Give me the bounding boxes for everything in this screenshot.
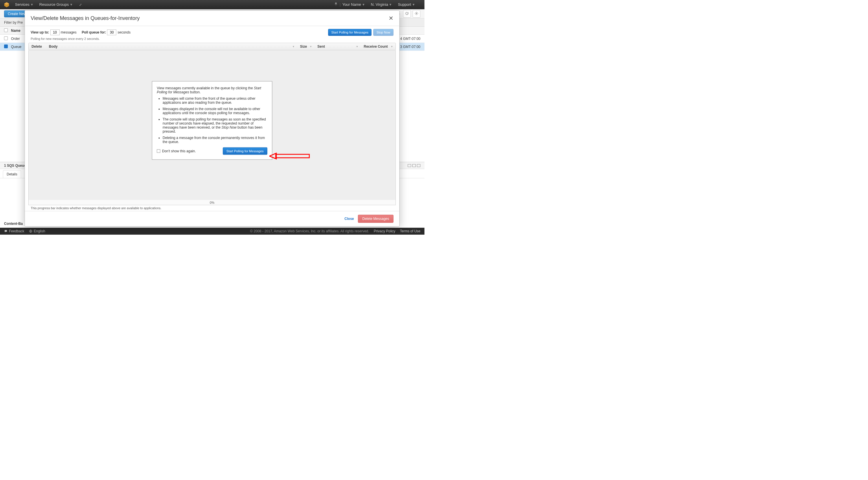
stop-now-button[interactable]: Stop Now [373, 29, 394, 36]
modal-title: View/Delete Messages in Queues-for-Inven… [31, 15, 140, 22]
progress-bar: 0% [28, 200, 396, 205]
poll-queue-for-input[interactable] [107, 30, 116, 35]
sort-icon: ▾ [293, 45, 294, 48]
language-label: English [34, 229, 45, 233]
nav-username-label: Your Name [342, 2, 361, 7]
footer-copyright: © 2008 - 2017, Amazon Web Services, Inc.… [250, 229, 369, 233]
progress-percent: 0% [210, 201, 214, 204]
feedback-label: Feedback [9, 229, 24, 233]
close-icon[interactable]: ✕ [389, 15, 394, 22]
column-sent[interactable]: Sent▾ [314, 43, 361, 50]
layout-icon[interactable] [412, 164, 416, 167]
refresh-icon [405, 11, 409, 15]
polling-note: Polling for new messages once every 2 se… [25, 37, 399, 43]
top-nav: Services▾ Resource Groups▾ | Your Name▾ … [0, 0, 425, 9]
popup-intro: View messages currently available in the… [157, 86, 267, 94]
layout-icon[interactable] [408, 164, 411, 167]
sort-icon: ▾ [310, 45, 312, 48]
cell-timestamp: 4 GMT-07:00 [400, 37, 421, 41]
column-delete[interactable]: Delete [29, 43, 46, 50]
details-panel-title: 1 SQS Queue [4, 164, 26, 168]
delete-messages-button[interactable]: Delete Messages [358, 215, 394, 223]
caret-down-icon: ▾ [363, 2, 365, 7]
nav-services-label: Services [15, 2, 30, 7]
nav-pin-icon[interactable] [79, 3, 82, 6]
privacy-policy-link[interactable]: Privacy Policy [374, 229, 396, 233]
sort-icon: ▾ [391, 45, 393, 48]
nav-resource-groups[interactable]: Resource Groups▾ [39, 2, 72, 7]
view-up-to-input[interactable] [50, 30, 60, 35]
refresh-button[interactable] [403, 10, 411, 18]
column-body[interactable]: Body▾ [46, 43, 297, 50]
popup-bullet: Deleting a message from the console perm… [163, 136, 267, 144]
row-checkbox[interactable] [4, 44, 8, 48]
view-delete-messages-modal: View/Delete Messages in Queues-for-Inven… [25, 10, 400, 227]
language-selector[interactable]: English [29, 229, 45, 233]
layout-icon[interactable] [417, 164, 421, 167]
popup-start-polling-button[interactable]: Start Polling for Messages [223, 147, 267, 155]
dont-show-again-label: Don't show this again. [162, 149, 196, 153]
gear-icon [414, 11, 418, 15]
globe-icon [29, 230, 32, 233]
feedback-link[interactable]: Feedback [4, 229, 24, 233]
poll-queue-for-label: Poll queue for: [82, 30, 106, 34]
view-up-to-label: View up to: [31, 30, 49, 34]
aws-logo-icon[interactable] [3, 1, 10, 8]
cell-name: Order [11, 37, 20, 41]
annotation-arrow-icon [269, 152, 310, 160]
filter-label: Filter by Pre [4, 21, 23, 25]
nav-region-label: N. Virginia [371, 2, 388, 7]
popup-bullet: Messages will come from the front of the… [163, 97, 267, 105]
cell-name: Queue [11, 45, 22, 49]
dont-show-again-checkbox[interactable] [157, 149, 160, 153]
progress-note: This progress bar indicates whether mess… [25, 205, 399, 211]
nav-support[interactable]: Support▾ [398, 2, 414, 7]
nav-services[interactable]: Services▾ [15, 2, 33, 7]
terms-of-use-link[interactable]: Terms of Use [400, 229, 421, 233]
popup-bullet: The console will stop polling for messag… [163, 117, 267, 134]
column-size[interactable]: Size▾ [297, 43, 314, 50]
column-name[interactable]: Name [11, 29, 21, 33]
sort-icon: ▾ [356, 45, 358, 48]
settings-button[interactable] [412, 10, 421, 18]
nav-support-label: Support [398, 2, 411, 7]
messages-table-header: Delete Body▾ Size▾ Sent▾ Receive Count▾ [28, 43, 396, 50]
column-receive-count[interactable]: Receive Count▾ [361, 43, 396, 50]
nav-username[interactable]: Your Name▾ [342, 2, 365, 7]
popup-bullet: Messages displayed in the console will n… [163, 107, 267, 115]
cell-timestamp: 3 GMT-07:00 [400, 45, 421, 49]
messages-table-body: View messages currently available in the… [28, 50, 396, 200]
close-button[interactable]: Close [345, 217, 354, 221]
select-all-checkbox[interactable] [4, 28, 8, 32]
panel-layout-icons [408, 164, 421, 167]
svg-point-2 [416, 13, 417, 13]
caret-down-icon: ▾ [390, 2, 392, 7]
messages-label: messages [61, 30, 77, 34]
bell-icon[interactable] [334, 2, 338, 7]
svg-rect-4 [276, 154, 309, 158]
caret-down-icon: ▾ [70, 2, 72, 7]
row-checkbox[interactable] [4, 36, 8, 40]
nav-resource-groups-label: Resource Groups [39, 2, 69, 7]
caret-down-icon: ▾ [412, 2, 414, 7]
tab-details[interactable]: Details [3, 170, 21, 178]
speech-bubble-icon [4, 230, 7, 233]
nav-region[interactable]: N. Virginia▾ [371, 2, 392, 7]
caret-down-icon: ▾ [31, 2, 33, 7]
footer: Feedback English © 2008 - 2017, Amazon W… [0, 228, 425, 235]
seconds-label: seconds [118, 30, 130, 34]
polling-instructions-popup: View messages currently available in the… [152, 81, 272, 160]
start-polling-button[interactable]: Start Polling for Messages [328, 29, 372, 36]
